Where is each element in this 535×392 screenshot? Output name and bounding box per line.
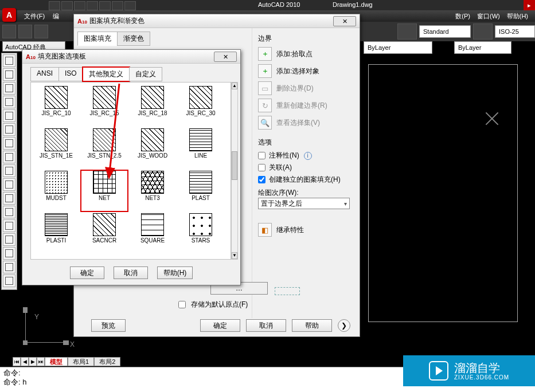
tool-circle-icon[interactable] xyxy=(3,82,15,95)
dim-style-icon[interactable] xyxy=(473,23,493,40)
tab-nav-buttons[interactable]: ⏮ ◀ ▶ ⏭ xyxy=(13,357,45,366)
pattern-net[interactable]: NET xyxy=(80,170,128,212)
inherit-props-icon[interactable]: ◧ xyxy=(258,223,272,237)
hatch-dialog-title-bar[interactable]: A10 图案填充和渐变色 ✕ xyxy=(74,14,360,28)
scrollbar[interactable]: ▲ ▼ xyxy=(231,82,238,260)
menu-param[interactable]: 数(P) xyxy=(453,12,472,21)
help-button[interactable]: 帮助(H) xyxy=(157,266,193,279)
cancel-button[interactable]: 取消 xyxy=(246,319,286,332)
preview-button[interactable]: 预览 xyxy=(91,319,126,332)
tab-ansi[interactable]: ANSI xyxy=(30,67,59,81)
qat-btn[interactable] xyxy=(61,1,73,10)
pattern-line[interactable]: LINE xyxy=(177,127,225,170)
pattern-jis_wood[interactable]: JIS_WOOD xyxy=(128,127,177,170)
text-style-icon[interactable] xyxy=(397,23,417,40)
menu-file[interactable]: 文件(F) xyxy=(22,12,47,21)
pattern-plasti[interactable]: PLASTI xyxy=(32,212,80,254)
tool-table-icon[interactable] xyxy=(3,192,15,205)
tool-rect-icon[interactable] xyxy=(3,109,15,122)
annotative-checkbox[interactable] xyxy=(258,152,265,159)
tool-block-icon[interactable] xyxy=(3,219,15,232)
tab-first-icon[interactable]: ⏮ xyxy=(13,357,21,366)
tool-more-icon[interactable] xyxy=(3,247,15,260)
text-style-combo[interactable]: Standard xyxy=(419,25,471,38)
add-pick-point-icon[interactable]: ＋ xyxy=(258,47,272,61)
layout-tabs[interactable]: ⏮ ◀ ▶ ⏭ 模型 布局1 布局2 xyxy=(13,356,120,367)
associative-checkbox[interactable] xyxy=(258,164,265,171)
info-icon[interactable]: i xyxy=(304,152,312,160)
qat-btn[interactable] xyxy=(112,1,123,10)
tab-hatch-pattern[interactable]: 图案填充 xyxy=(77,32,118,46)
pattern-jis_stn_2.5[interactable]: JIS_STN_2.5 xyxy=(80,127,128,170)
pattern-square[interactable]: SQUARE xyxy=(128,212,177,254)
qat-btn[interactable] xyxy=(49,1,60,10)
ribbon-toggle-button[interactable]: ▸ xyxy=(524,0,535,10)
draw-order-combo[interactable]: 置于边界之后 xyxy=(258,198,350,209)
ok-button[interactable]: 确定 xyxy=(70,266,104,279)
tool-more-icon[interactable] xyxy=(3,275,15,287)
qat-btn[interactable] xyxy=(99,1,111,10)
scroll-thumb[interactable] xyxy=(232,151,237,180)
pattern-mudst[interactable]: MUDST xyxy=(32,170,80,212)
pattern-jis_rc_10[interactable]: JIS_RC_10 xyxy=(32,85,80,127)
tool-arc-icon[interactable] xyxy=(3,96,15,108)
independent-checkbox[interactable] xyxy=(258,176,265,183)
pattern-net3[interactable]: NET3 xyxy=(128,170,177,212)
app-menu-icon[interactable]: A xyxy=(2,8,16,22)
tool-ellipse-icon[interactable] xyxy=(3,137,15,150)
qat-btn[interactable] xyxy=(124,1,136,10)
tool-icon[interactable] xyxy=(34,25,48,38)
tool-more-icon[interactable] xyxy=(3,261,15,273)
pattern-plast[interactable]: PLAST xyxy=(177,170,225,212)
dim-style-combo[interactable]: ISO-25 xyxy=(495,25,535,38)
ok-button[interactable]: 确定 xyxy=(200,319,240,332)
tab-last-icon[interactable]: ⏭ xyxy=(37,357,45,366)
qat-btn[interactable] xyxy=(87,1,98,10)
tool-region-icon[interactable] xyxy=(3,178,15,191)
tab-prev-icon[interactable]: ◀ xyxy=(21,357,29,366)
add-select-icon[interactable]: ＋ xyxy=(258,64,272,78)
pattern-stars[interactable]: STARS xyxy=(177,212,225,254)
hatch-tabs[interactable]: 图案填充 渐变色 xyxy=(77,32,248,46)
tab-iso[interactable]: ISO xyxy=(58,67,83,81)
palette-title-bar[interactable]: A10 填充图案选项板 ✕ xyxy=(22,50,240,64)
tool-hatch-icon[interactable] xyxy=(3,164,15,177)
tool-point-icon[interactable] xyxy=(3,151,15,163)
inherit-props-label[interactable]: 继承特性 xyxy=(276,225,304,235)
tool-spline-icon[interactable] xyxy=(3,123,15,136)
add-select-label[interactable]: 添加:选择对象 xyxy=(276,66,319,76)
tab-other-predefined[interactable]: 其他预定义 xyxy=(83,67,130,81)
menu-help[interactable]: 帮助(H) xyxy=(505,12,530,21)
tab-gradient[interactable]: 渐变色 xyxy=(117,32,150,46)
tool-text-icon[interactable] xyxy=(3,206,15,218)
scroll-down-icon[interactable]: ▼ xyxy=(232,252,237,259)
pattern-jis_rc_15[interactable]: JIS_RC_15 xyxy=(80,85,128,127)
close-button[interactable]: ✕ xyxy=(214,52,237,62)
tool-more-icon[interactable] xyxy=(3,233,15,246)
tab-custom[interactable]: 自定义 xyxy=(129,67,162,81)
tab-layout1[interactable]: 布局1 xyxy=(68,357,94,366)
tool-icon[interactable] xyxy=(2,25,16,38)
help-button[interactable]: 帮助 xyxy=(292,319,332,332)
scroll-up-icon[interactable]: ▲ xyxy=(232,83,237,89)
pattern-jis_rc_18[interactable]: JIS_RC_18 xyxy=(128,85,177,127)
tool-line-icon[interactable] xyxy=(3,54,15,67)
linetype-combo[interactable]: ByLayer xyxy=(454,41,511,54)
pattern-jis_stn_1e[interactable]: JIS_STN_1E xyxy=(32,127,80,170)
tab-layout2[interactable]: 布局2 xyxy=(94,357,120,366)
tab-model[interactable]: 模型 xyxy=(45,357,68,366)
pattern-jis_rc_30[interactable]: JIS_RC_30 xyxy=(177,85,225,127)
pattern-sacncr[interactable]: SACNCR xyxy=(80,212,128,254)
tool-icon[interactable] xyxy=(18,25,32,38)
tab-next-icon[interactable]: ▶ xyxy=(29,357,37,366)
tool-polyline-icon[interactable] xyxy=(3,68,15,81)
palette-tabs[interactable]: ANSI ISO 其他预定义 自定义 xyxy=(30,67,237,81)
qat-btn[interactable] xyxy=(74,1,85,10)
menu-edit[interactable]: 编 xyxy=(50,12,61,21)
color-combo[interactable]: ByLayer xyxy=(364,41,432,54)
cancel-button[interactable]: 取消 xyxy=(114,266,148,279)
close-button[interactable]: ✕ xyxy=(333,16,356,26)
expand-button[interactable]: ❯ xyxy=(338,319,350,332)
menu-window[interactable]: 窗口(W) xyxy=(475,12,502,21)
add-pick-point-label[interactable]: 添加:拾取点 xyxy=(276,49,313,59)
